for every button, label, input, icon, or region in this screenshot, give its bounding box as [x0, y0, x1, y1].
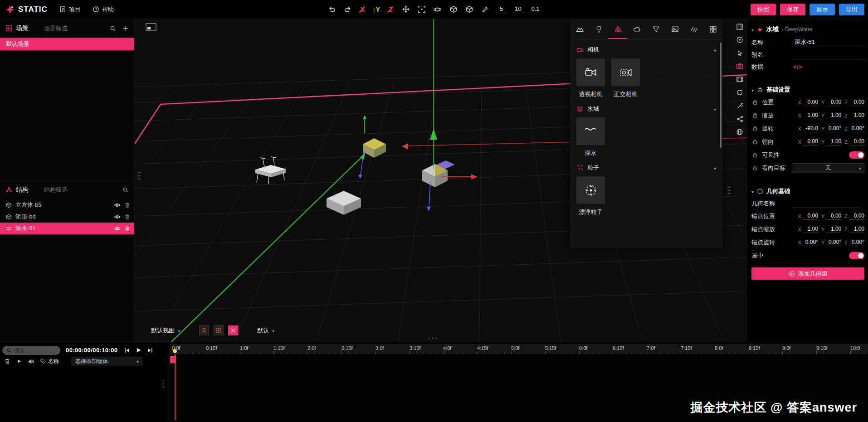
- rotation-z-field[interactable]: 0.00°: [849, 125, 864, 132]
- viewport-preview-icon[interactable]: [146, 23, 156, 32]
- structure-filter-input[interactable]: [44, 186, 95, 193]
- look-target-select[interactable]: 无: [792, 163, 864, 173]
- wrench-icon[interactable]: [735, 101, 745, 111]
- library-section-particles[interactable]: 粒子: [570, 160, 722, 175]
- sidebar-resize-handle[interactable]: [137, 171, 141, 180]
- delete-trash-icon[interactable]: [124, 202, 130, 208]
- tab-blocks-icon[interactable]: [703, 19, 722, 39]
- structure-item-rect[interactable]: 矩形-bd: [0, 211, 134, 223]
- geometry-section-header[interactable]: 几何基础: [751, 185, 864, 197]
- person-view-toggle[interactable]: [199, 325, 209, 335]
- volume-icon[interactable]: [28, 358, 34, 365]
- local-pivot-icon[interactable]: [449, 5, 458, 14]
- collapse-chevron-icon[interactable]: [751, 26, 754, 33]
- tab-image-icon[interactable]: [665, 19, 684, 39]
- keyframe-stopwatch-icon[interactable]: [751, 152, 759, 158]
- delete-track-icon[interactable]: [4, 358, 10, 364]
- refresh-icon[interactable]: [735, 87, 745, 97]
- scale-z-field[interactable]: 1.00: [849, 112, 864, 119]
- globe-icon[interactable]: [735, 127, 745, 137]
- timeline-resize-handle[interactable]: [428, 337, 438, 340]
- snap-grid-field[interactable]: 10: [513, 5, 523, 13]
- timeline-search[interactable]: [2, 346, 60, 355]
- keyframe-stopwatch-icon[interactable]: [751, 112, 759, 119]
- play-icon[interactable]: [135, 347, 142, 354]
- anchor-position-x-field[interactable]: 0.00: [803, 213, 818, 220]
- panel-columns-icon[interactable]: [735, 22, 745, 32]
- add-geometry-group-button[interactable]: 添加几何组: [751, 267, 864, 280]
- snapshot-button[interactable]: 快照: [751, 4, 776, 15]
- scale-x-field[interactable]: 1.00: [803, 112, 818, 119]
- gizmo-view-toggle[interactable]: [228, 325, 238, 335]
- redo-icon[interactable]: [343, 5, 352, 14]
- film-icon[interactable]: [735, 74, 745, 84]
- global-pivot-icon[interactable]: [464, 5, 473, 14]
- rotation-y-field[interactable]: 0.00°: [826, 125, 841, 132]
- tab-terrain-icon[interactable]: [570, 19, 589, 39]
- anchor-rotation-z-field[interactable]: 0.00°: [849, 239, 864, 246]
- export-button[interactable]: 导出: [839, 4, 864, 15]
- object-cube-selected[interactable]: [358, 115, 386, 179]
- axis-y-toggle[interactable]: Y: [373, 6, 380, 13]
- tab-light-icon[interactable]: [589, 19, 608, 39]
- anchor-rotation-y-field[interactable]: 0.00°: [826, 239, 841, 246]
- orbit-tool-icon[interactable]: [433, 5, 442, 14]
- anchor-position-y-field[interactable]: 0.00: [826, 213, 841, 220]
- screenshot-camera-icon[interactable]: [735, 61, 745, 71]
- frame-select-icon[interactable]: [417, 5, 426, 14]
- keyframe-stopwatch-icon[interactable]: [751, 99, 759, 106]
- save-button[interactable]: 保存: [780, 4, 805, 15]
- next-frame-icon[interactable]: [146, 347, 154, 354]
- scale-y-field[interactable]: 1.00: [826, 112, 841, 119]
- cursor-icon[interactable]: [735, 48, 745, 58]
- collapse-chevron-icon[interactable]: [714, 47, 716, 53]
- menu-project[interactable]: 项目: [59, 5, 81, 14]
- orientation-y-field[interactable]: 1.00: [826, 138, 841, 146]
- basic-settings-header[interactable]: 基础设置: [751, 84, 864, 96]
- collapse-chevron-icon[interactable]: [714, 165, 716, 171]
- keyframe-stopwatch-icon[interactable]: [751, 165, 759, 171]
- preset-select[interactable]: 默认: [257, 326, 274, 335]
- position-y-field[interactable]: 0.00: [826, 99, 841, 106]
- tab-cloud-icon[interactable]: [627, 19, 646, 39]
- library-item-floating-particles[interactable]: 漂浮粒子: [576, 176, 605, 216]
- delete-trash-icon[interactable]: [124, 214, 130, 220]
- axis-x-toggle[interactable]: X: [359, 6, 366, 13]
- position-z-field[interactable]: 0.00: [849, 99, 864, 106]
- playhead-marker[interactable]: [170, 356, 176, 363]
- library-item-deep-water[interactable]: 深水: [576, 117, 605, 157]
- playhead-dot[interactable]: [173, 349, 177, 353]
- position-x-field[interactable]: 0.00: [803, 99, 818, 106]
- tab-scene-objects-icon[interactable]: [608, 19, 627, 39]
- playhead-line[interactable]: [175, 354, 176, 420]
- alias-input[interactable]: [793, 50, 864, 59]
- tab-filter-icon[interactable]: [646, 19, 665, 39]
- view-select[interactable]: 默认视图: [151, 326, 180, 335]
- grid-view-toggle[interactable]: [214, 325, 224, 335]
- anchor-position-z-field[interactable]: 0.00: [849, 213, 864, 220]
- visibility-toggle[interactable]: [849, 151, 864, 159]
- collapse-chevron-icon[interactable]: [714, 106, 716, 112]
- keyframe-stopwatch-icon[interactable]: [751, 126, 759, 132]
- track-name-header[interactable]: 名称: [40, 358, 59, 365]
- visibility-eye-icon[interactable]: [114, 213, 121, 220]
- compass-icon[interactable]: [735, 35, 745, 45]
- library-item-perspective-camera[interactable]: 透视相机: [576, 58, 605, 98]
- snap-move-field[interactable]: 5: [496, 5, 506, 13]
- timeline-search-input[interactable]: [14, 347, 50, 354]
- orientation-x-field[interactable]: 0.00: [803, 138, 818, 146]
- structure-item-cube[interactable]: 立方体-b5: [0, 199, 134, 211]
- timeline-left-resize-handle[interactable]: [162, 379, 165, 390]
- orientation-z-field[interactable]: 0.00: [849, 138, 864, 146]
- timeline-ruler[interactable]: 0:0f 0:15f 1:0f 1:15f 2:0f 2:15f 3:0f 3:…: [170, 344, 868, 354]
- library-item-orthographic-camera[interactable]: 正交相机: [611, 58, 640, 98]
- rotation-x-field[interactable]: -90.0: [803, 125, 818, 132]
- visibility-eye-icon[interactable]: [114, 225, 121, 232]
- delete-trash-icon[interactable]: [124, 226, 130, 232]
- move-tool-icon[interactable]: [401, 5, 410, 14]
- play-track-icon[interactable]: [16, 359, 22, 364]
- add-object-select[interactable]: 选择添加物体: [71, 357, 143, 366]
- library-scrollbar[interactable]: [720, 43, 722, 148]
- library-section-water[interactable]: 水域: [570, 101, 722, 116]
- name-input[interactable]: 深水-51: [793, 38, 864, 47]
